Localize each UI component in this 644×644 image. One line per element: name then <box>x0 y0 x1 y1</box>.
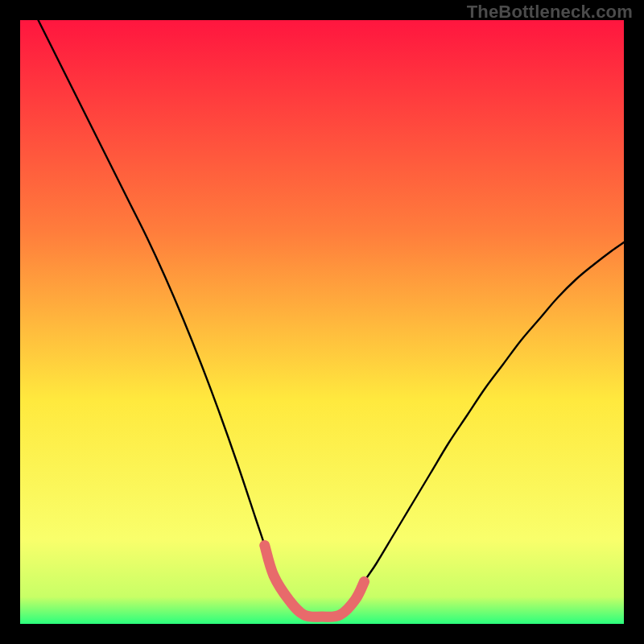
chart-frame: TheBottleneck.com <box>0 0 644 644</box>
plot-area <box>20 20 624 624</box>
gradient-background <box>20 20 624 624</box>
bottleneck-chart <box>20 20 624 624</box>
